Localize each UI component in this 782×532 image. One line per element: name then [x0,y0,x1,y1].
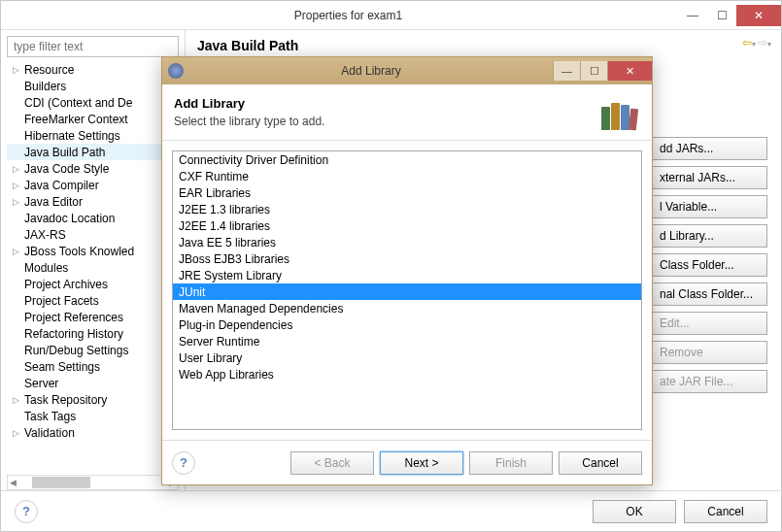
main-footer: ? OK Cancel [1,490,781,531]
list-item[interactable]: Web App Libraries [173,366,641,382]
eclipse-icon [168,63,184,79]
category-tree: ▷ResourceBuildersCDI (Context and DeFree… [7,61,179,441]
svg-rect-0 [601,107,610,130]
tree-item[interactable]: Modules [7,259,179,276]
tree-item[interactable]: Server [7,375,179,391]
tree-item-label: Java Build Path [24,146,105,159]
list-item[interactable]: JRE System Library [173,267,641,283]
action-button[interactable]: nal Class Folder... [651,283,767,306]
main-titlebar: Properties for exam1 — ☐ ✕ [1,1,781,30]
finish-button[interactable]: Finish [469,451,553,475]
list-item[interactable]: JUnit [173,283,641,300]
list-item[interactable]: Plug-in Dependencies [173,316,641,333]
tree-item[interactable]: Refactoring History [7,325,179,342]
cancel-button[interactable]: Cancel [684,500,767,523]
minimize-icon[interactable]: — [678,5,707,26]
tree-item-label: Validation [24,426,75,440]
nav-forward-icon[interactable]: ⇨▾ [758,36,771,50]
tree-item-label: Java Editor [24,195,83,209]
close-icon[interactable]: ✕ [736,5,781,26]
next-button[interactable]: Next > [380,451,463,475]
tree-item-label: Modules [24,261,68,275]
action-button: Edit... [651,312,767,335]
right-button-column: dd JARs...xternal JARs...l Variable...d … [651,137,767,393]
tree-item-label: Seam Settings [24,360,100,374]
dialog-help-icon[interactable]: ? [172,451,195,475]
svg-rect-1 [611,103,620,130]
dialog-cancel-button[interactable]: Cancel [559,451,642,475]
tree-item[interactable]: ▷Java Editor [7,193,179,210]
list-item[interactable]: EAR Libraries [173,184,641,201]
tree-item[interactable]: ▷Java Code Style [7,160,179,177]
back-button[interactable]: < Back [290,451,374,475]
tree-item[interactable]: Seam Settings [7,358,179,375]
library-listbox[interactable]: Connectivity Driver DefinitionCXF Runtim… [172,150,642,430]
list-item[interactable]: J2EE 1.4 libraries [173,217,641,234]
dialog-maximize-icon[interactable]: ☐ [580,61,607,81]
tree-item[interactable]: ▷Task Repository [7,391,179,408]
list-item[interactable]: J2EE 1.3 libraries [173,201,641,217]
tree-item-label: Java Compiler [24,179,99,192]
action-button[interactable]: Class Folder... [651,253,767,277]
tree-item[interactable]: Javadoc Location [7,210,179,226]
list-item[interactable]: Maven Managed Dependencies [173,300,641,316]
expand-arrow-icon[interactable]: ▷ [13,247,24,256]
tree-item[interactable]: Java Build Path [7,144,179,160]
list-item[interactable]: User Library [173,349,641,366]
tree-item-label: Run/Debug Settings [24,344,128,357]
tree-item[interactable]: FreeMarker Context [7,111,179,127]
tree-item[interactable]: Project Archives [7,276,179,292]
maximize-icon[interactable]: ☐ [707,5,736,26]
tree-item[interactable]: Project Facets [7,292,179,309]
tree-item[interactable]: ▷JBoss Tools Knowled [7,243,179,259]
tree-item[interactable]: Task Tags [7,408,179,424]
action-button: Remove [651,341,767,364]
tree-item[interactable]: JAX-RS [7,226,179,243]
tree-item[interactable]: ▷Validation [7,424,179,441]
sidebar: ▷ResourceBuildersCDI (Context and DeFree… [1,30,186,490]
tree-item[interactable]: Hibernate Settings [7,127,179,144]
tree-item-label: JAX-RS [24,228,66,242]
list-item[interactable]: JBoss EJB3 Libraries [173,250,641,267]
action-button[interactable]: d Library... [651,224,767,248]
dialog-footer: ? < Back Next > Finish Cancel [162,440,652,484]
svg-rect-3 [629,108,638,130]
tree-item[interactable]: Run/Debug Settings [7,342,179,358]
scrollbar-thumb[interactable] [32,477,90,488]
list-item[interactable]: Java EE 5 libraries [173,234,641,250]
tree-item[interactable]: Builders [7,78,179,94]
ok-button[interactable]: OK [593,500,676,523]
dialog-header-title: Add Library [174,96,597,111]
tree-item[interactable]: ▷Resource [7,61,179,78]
action-button[interactable]: l Variable... [651,195,767,218]
svg-rect-2 [621,105,629,130]
dialog-titlebar: Add Library — ☐ ✕ [162,57,652,84]
expand-arrow-icon[interactable]: ▷ [13,197,24,207]
library-icon [597,91,640,134]
dialog-header-subtitle: Select the library type to add. [174,115,597,128]
page-title: Java Build Path [197,38,773,53]
window-title: Properties for exam1 [18,9,678,22]
expand-arrow-icon[interactable]: ▷ [13,181,24,190]
dialog-minimize-icon[interactable]: — [553,61,580,81]
list-item[interactable]: Connectivity Driver Definition [173,151,641,168]
filter-input[interactable] [7,36,179,57]
action-button: ate JAR File... [651,370,767,393]
expand-arrow-icon[interactable]: ▷ [13,65,24,75]
horizontal-scrollbar[interactable]: ◀ ▶ [7,475,179,490]
action-button[interactable]: xternal JARs... [651,166,767,189]
help-icon[interactable]: ? [15,500,38,523]
tree-item-label: Java Code Style [24,162,109,176]
expand-arrow-icon[interactable]: ▷ [13,428,24,438]
list-item[interactable]: Server Runtime [173,333,641,349]
expand-arrow-icon[interactable]: ▷ [13,395,24,405]
tree-item[interactable]: Project References [7,309,179,325]
tree-item[interactable]: ▷Java Compiler [7,177,179,193]
action-button[interactable]: dd JARs... [651,137,767,160]
tree-item[interactable]: CDI (Context and De [7,94,179,111]
tree-item-label: Task Repository [24,393,107,407]
list-item[interactable]: CXF Runtime [173,168,641,184]
expand-arrow-icon[interactable]: ▷ [13,164,24,174]
dialog-close-icon[interactable]: ✕ [607,61,652,81]
nav-back-icon[interactable]: ⇦▾ [742,36,756,50]
